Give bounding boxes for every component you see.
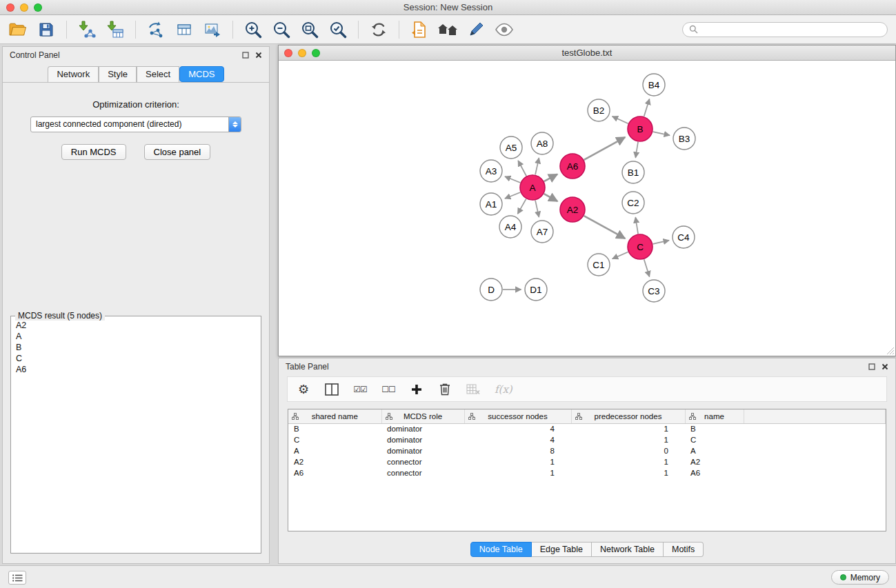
toolbar-separator: [399, 21, 399, 39]
graph-edge-A-A7[interactable]: [535, 201, 539, 217]
table-cell: 1: [571, 423, 685, 434]
network-minimize-button[interactable]: [298, 49, 306, 57]
add-column-icon[interactable]: [410, 384, 424, 395]
import-network-file-icon[interactable]: [76, 19, 98, 41]
graph-edge-C-C4[interactable]: [653, 241, 669, 244]
close-panel-icon[interactable]: [255, 52, 262, 59]
zoom-out-icon[interactable]: [270, 19, 292, 41]
dropdown-stepper-icon[interactable]: [228, 117, 241, 132]
graph-edge-B-B4[interactable]: [644, 99, 650, 116]
table-cell: 1: [464, 467, 571, 478]
paint-style-icon[interactable]: [465, 19, 487, 41]
table-cell: 1: [464, 456, 571, 467]
refresh-icon[interactable]: [368, 19, 390, 41]
float-panel-icon[interactable]: [868, 363, 875, 370]
import-table-file-icon[interactable]: [104, 19, 126, 41]
memory-button[interactable]: Memory: [831, 570, 889, 585]
tab-network-table[interactable]: Network Table: [592, 542, 664, 557]
maximize-window-button[interactable]: [34, 3, 42, 12]
export-image-icon[interactable]: [201, 19, 223, 41]
show-columns-icon[interactable]: [325, 383, 339, 396]
graph-edge-A-A1[interactable]: [505, 192, 520, 199]
graph-edge-A-A5[interactable]: [518, 161, 526, 176]
table-row[interactable]: Bdominator41B: [288, 423, 886, 434]
task-history-button[interactable]: [8, 571, 26, 585]
float-panel-icon[interactable]: [242, 52, 249, 59]
control-panel-title: Control Panel: [10, 50, 60, 60]
tab-node-table[interactable]: Node Table: [470, 542, 532, 557]
mcds-result-item[interactable]: A6: [16, 364, 256, 375]
graph-node-label: C2: [627, 198, 639, 208]
graph-edge-A-A2[interactable]: [544, 194, 558, 201]
search-field[interactable]: [682, 22, 888, 37]
function-builder-icon[interactable]: f(x): [495, 383, 512, 396]
network-maximize-button[interactable]: [312, 49, 320, 57]
cell-filler: [744, 445, 886, 456]
table-row[interactable]: A2connector11A2: [288, 456, 886, 467]
close-panel-button[interactable]: Close panel: [144, 144, 211, 160]
graph-edge-A-A6[interactable]: [544, 174, 557, 181]
criterion-dropdown[interactable]: largest connected component (directed): [30, 116, 241, 132]
table-cell: A2: [288, 456, 381, 467]
mcds-result-item[interactable]: B: [16, 342, 256, 353]
column-header-name[interactable]: name: [685, 409, 744, 423]
zoom-fit-icon[interactable]: [299, 19, 321, 41]
tab-edge-table[interactable]: Edge Table: [532, 542, 592, 557]
tab-style[interactable]: Style: [99, 66, 137, 82]
column-header-predecessor-nodes[interactable]: predecessor nodes: [571, 409, 685, 423]
mcds-result-item[interactable]: C: [16, 353, 256, 364]
graph-edge-B-B2[interactable]: [613, 116, 628, 123]
eye-icon[interactable]: [493, 19, 515, 41]
new-network-icon[interactable]: [145, 19, 167, 41]
graph-edge-A2-C[interactable]: [584, 216, 626, 239]
save-session-icon[interactable]: [35, 19, 57, 41]
select-all-icon[interactable]: ☑☑: [353, 385, 367, 394]
close-window-button[interactable]: [6, 3, 14, 12]
delete-table-icon[interactable]: [466, 384, 480, 395]
graph-edge-B-B1[interactable]: [635, 142, 638, 158]
column-sort-icon: [575, 413, 582, 420]
table-settings-gear-icon[interactable]: ⚙: [297, 383, 310, 396]
tab-network[interactable]: Network: [48, 66, 99, 82]
network-canvas[interactable]: AA1A2A3A4A5A6A7A8BB1B2B3B4CC1C2C3C4DD1: [279, 61, 895, 356]
column-label: shared name: [312, 412, 358, 420]
new-table-icon[interactable]: [173, 19, 195, 41]
table-row[interactable]: A6connector11A6: [288, 467, 886, 478]
close-panel-icon[interactable]: [882, 363, 888, 370]
tab-motifs[interactable]: Motifs: [664, 542, 704, 557]
graph-edge-A-A3[interactable]: [505, 176, 520, 183]
network-graph[interactable]: AA1A2A3A4A5A6A7A8BB1B2B3B4CC1C2C3C4DD1: [279, 61, 895, 356]
column-label: successor nodes: [488, 412, 547, 420]
table-row[interactable]: Adominator80A: [288, 445, 886, 456]
column-header-successor-nodes[interactable]: successor nodes: [464, 409, 571, 423]
minimize-window-button[interactable]: [20, 3, 28, 12]
network-document-icon[interactable]: [408, 19, 430, 41]
mcds-result-item[interactable]: A: [16, 331, 256, 342]
delete-column-trash-icon[interactable]: [438, 383, 452, 396]
network-window-titlebar[interactable]: testGlobe.txt: [279, 45, 895, 61]
graph-edge-C-C1[interactable]: [613, 252, 628, 259]
resize-grip-icon[interactable]: [886, 347, 895, 355]
zoom-selected-icon[interactable]: [327, 19, 349, 41]
column-header-shared-name[interactable]: shared name: [288, 409, 381, 423]
graph-edge-A-A8[interactable]: [535, 158, 539, 174]
tab-mcds[interactable]: MCDS: [179, 66, 223, 82]
graph-edge-C-C2[interactable]: [635, 217, 638, 234]
mcds-result-item[interactable]: A2: [16, 320, 256, 331]
column-header-MCDS-role[interactable]: MCDS role: [381, 409, 464, 423]
table-cell: 4: [464, 434, 571, 445]
open-session-icon[interactable]: [7, 19, 29, 41]
home-icon[interactable]: [437, 19, 459, 41]
search-input[interactable]: [701, 25, 881, 34]
table-row[interactable]: Cdominator41C: [288, 434, 886, 445]
graph-edge-A6-B[interactable]: [584, 137, 626, 160]
graph-edge-A-A4[interactable]: [518, 199, 526, 214]
tab-select[interactable]: Select: [137, 66, 179, 82]
run-mcds-button[interactable]: Run MCDS: [61, 144, 126, 160]
graph-edge-C-C3[interactable]: [644, 259, 650, 276]
graph-edge-B-B3[interactable]: [653, 132, 670, 135]
network-close-button[interactable]: [284, 49, 292, 57]
deselect-all-icon[interactable]: ☐☐: [381, 385, 395, 394]
zoom-in-icon[interactable]: [242, 19, 264, 41]
column-sort-icon: [689, 413, 696, 420]
